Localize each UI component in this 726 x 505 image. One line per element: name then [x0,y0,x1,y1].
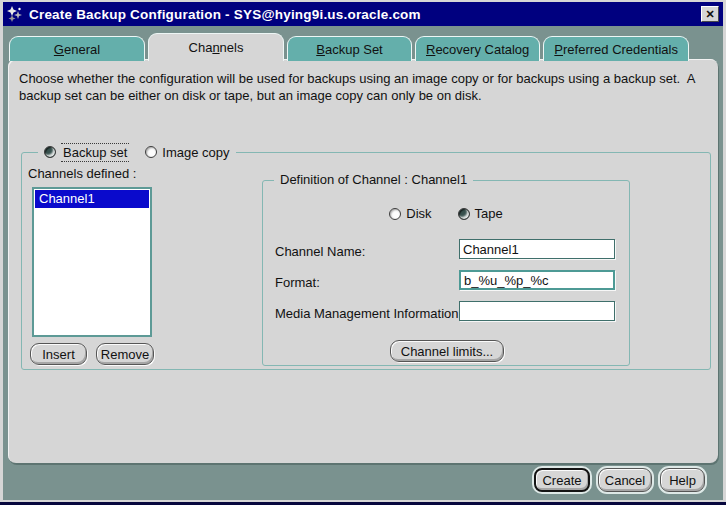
media-management-label: Media Management Information: [275,306,462,321]
image-copy-label: Image copy [162,145,229,160]
backup-set-radio-item[interactable]: Backup set [44,143,129,162]
description-text: Choose whether the configuration will be… [19,70,713,104]
tape-radio-item[interactable]: Tape [458,206,503,221]
help-button[interactable]: Help [660,468,705,492]
disk-radio-item[interactable]: Disk [389,206,431,221]
channel-definition-groupbox: Definition of Channel : Channel1 Disk Ta… [262,180,630,366]
app-icon [7,6,24,23]
image-copy-radio[interactable] [145,146,157,158]
media-management-input[interactable] [459,301,615,321]
channels-listbox[interactable]: Channel1 [32,187,152,337]
channel-name-label: Channel Name: [275,244,365,259]
tab-recovery-catalog[interactable]: Recovery Catalog [415,36,540,61]
disk-radio[interactable] [389,208,401,220]
channels-tab-panel: Choose whether the configuration will be… [8,59,718,463]
tab-backup-set[interactable]: Backup Set [287,36,412,61]
channel-name-input[interactable] [459,239,615,259]
format-label: Format: [275,275,320,290]
tape-radio[interactable] [458,208,470,220]
create-backup-configuration-dialog: Create Backup Configuration - SYS@hying9… [0,0,726,505]
channel-limits-button[interactable]: Channel limits... [390,340,504,362]
list-button-row: Insert Remove [30,343,154,365]
insert-button[interactable]: Insert [30,343,87,365]
disk-label: Disk [406,206,431,221]
cancel-button[interactable]: Cancel [598,468,652,492]
channel-definition-legend: Definition of Channel : Channel1 [274,172,473,187]
tab-channels[interactable]: Channels [148,33,284,61]
channels-defined-label: Channels defined : [28,166,136,181]
format-input[interactable] [459,270,615,290]
backup-set-radio[interactable] [44,146,56,158]
tab-preferred-credentials[interactable]: Preferred Credentials [543,36,689,61]
tab-general[interactable]: General [9,36,145,61]
tab-label: Backup Set [316,42,383,57]
tape-label: Tape [475,206,503,221]
dialog-body: General Channels Backup Set Recovery Cat… [3,26,723,500]
tab-label: Preferred Credentials [554,42,678,57]
close-button[interactable]: ✕ [701,6,719,22]
title-bar[interactable]: Create Backup Configuration - SYS@hying9… [3,2,723,26]
create-button[interactable]: Create [534,468,590,492]
close-icon: ✕ [705,8,714,21]
tab-label: Channels [189,40,244,55]
window-title: Create Backup Configuration - SYS@hying9… [29,7,421,22]
backup-type-groupbox: Backup set Image copy Channels defined :… [21,152,711,370]
tab-bar: General Channels Backup Set Recovery Cat… [9,33,689,61]
backup-set-label: Backup set [61,143,129,162]
list-item-channel1[interactable]: Channel1 [35,190,149,208]
device-type-radio-group: Disk Tape [263,206,629,221]
image-copy-radio-item[interactable]: Image copy [145,145,229,160]
remove-button[interactable]: Remove [96,343,154,365]
tab-label: General [54,42,100,57]
action-button-row: Create Cancel Help [534,468,705,492]
backup-type-radio-group: Backup set Image copy [38,142,236,162]
tab-label: Recovery Catalog [426,42,529,57]
